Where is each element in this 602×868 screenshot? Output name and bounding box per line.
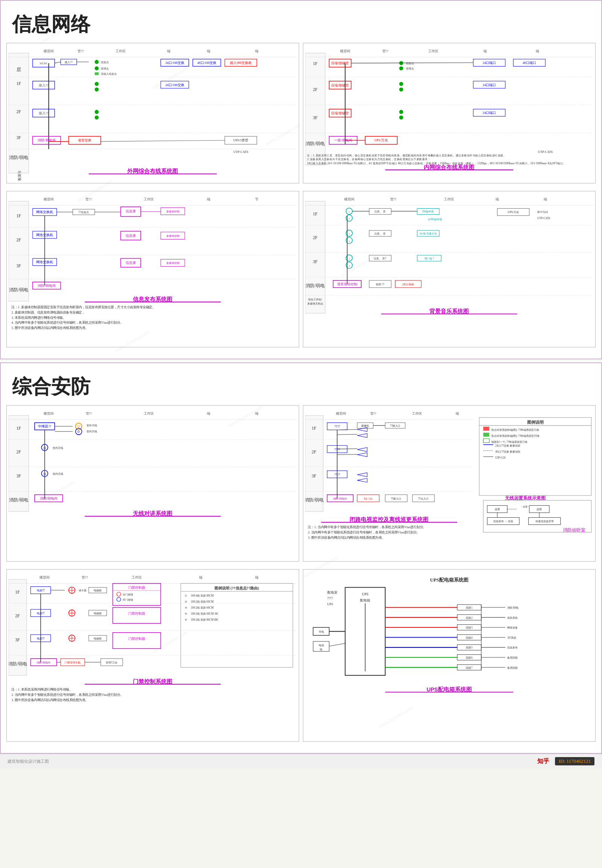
svg-text:无线入信息点: 无线入信息点 xyxy=(101,72,117,75)
bg-music-svg: 1F 2F 3F 消防/弱电 综合工作站/ 多媒体主机位 楼层间 管?? 工作区… xyxy=(305,193,593,345)
svg-text:UPS配电箱系统图: UPS配电箱系统图 xyxy=(430,577,468,583)
svg-text:1台 1台: 1台 1台 xyxy=(364,497,372,501)
svg-text:电磁锁: 电磁锁 xyxy=(94,612,101,615)
svg-text:压缩/馈键管: 压缩/馈键管 xyxy=(331,111,349,115)
svg-text:??/??: ??/?? xyxy=(334,425,340,428)
svg-text:楼层间: 楼层间 xyxy=(44,49,54,53)
svg-text:24口端口: 24口端口 xyxy=(483,83,496,87)
page-container: www.zznzmo.com www.zznzmo.com www.zznzmo… xyxy=(0,0,602,768)
svg-text:工作区: 工作区 xyxy=(132,576,142,579)
svg-text:??接入口: ??接入口 xyxy=(391,497,401,501)
svg-text:??信息点: ??信息点 xyxy=(78,211,89,214)
svg-text:室内天线: 室内天线 xyxy=(53,472,63,476)
footer: 建筑智能化设计施工图 知乎 ID: 1170462121 xyxy=(0,754,602,768)
svg-text:端: 端 xyxy=(536,49,539,53)
svg-text:⊙: ⊙ xyxy=(77,430,80,433)
svg-text:消防/弱电间: 消防/弱电间 xyxy=(333,497,347,501)
svg-text:UTP-CAT6: UTP-CAT6 xyxy=(537,217,550,220)
svg-text:端: 端 xyxy=(484,49,487,53)
svg-text:楼层间: 楼层间 xyxy=(340,49,350,53)
svg-text:备用回路: 备用回路 xyxy=(507,666,518,669)
svg-text:管??: 管?? xyxy=(382,49,389,53)
svg-text:楼层间: 楼层间 xyxy=(336,412,346,415)
svg-text:端: 端 xyxy=(199,576,203,579)
bg-music-card: 1F 2F 3F 消防/弱电 综合工作站/ 多媒体主机位 楼层间 管?? 工作区… xyxy=(303,191,596,348)
security-bottom-row: 1F 2F 3F 消防/弱电 楼层间 管?? 工作区 端 端 xyxy=(1,565,601,746)
svg-text:工作区: 工作区 xyxy=(412,412,422,415)
ups-card: UPS配电箱系统图 配电室 ???? UPS UPS 配电箱 回路1 xyxy=(303,569,596,742)
svg-text:消防侦听室: 消防侦听室 xyxy=(563,527,585,533)
svg-text:回路7: 回路7 xyxy=(466,666,473,669)
svg-text:楼层间: 楼层间 xyxy=(40,576,50,579)
svg-text:工作区: 工作区 xyxy=(115,49,126,53)
svg-text:开门按钮: 开门按钮 xyxy=(123,598,133,602)
svg-text:热点对讲系统终端(网): ??终端系统型11条: 热点对讲系统终端(网): ??终端系统型11条 xyxy=(491,428,539,432)
svg-text:端: 端 xyxy=(207,49,210,53)
svg-text:组: 组 xyxy=(320,648,322,651)
info-network-section: 信息网络 层 1F 2F 3F 消防/弱电 楼层间 管?? 工作区 端 xyxy=(0,0,602,360)
svg-text:1F: 1F xyxy=(16,426,21,430)
svg-text:管??: 管?? xyxy=(77,49,84,53)
svg-text:电磁锁: 电磁锁 xyxy=(94,637,101,640)
svg-text:···远置···: ···远置··· xyxy=(521,505,529,508)
svg-text:消防/弱电: 消防/弱电 xyxy=(9,661,27,666)
svg-text:省管交换: 省管交换 xyxy=(78,138,91,142)
svg-text:网络交换机: 网络交换机 xyxy=(36,210,53,214)
svg-text:UPS: UPS xyxy=(362,592,369,596)
svg-text:UPS/万兆: UPS/万兆 xyxy=(508,211,519,214)
svg-text:1F: 1F xyxy=(313,61,318,66)
svg-text:④: ④ xyxy=(185,612,187,615)
info-publish-svg: 1F 2F 3F 消防/弱电 楼层间 管?? 工作区 端 节 xyxy=(9,193,297,345)
wireless-intercom-svg: 1F 2F 3F 消防/弱电 楼层间 管?? 工作区 端 端 xyxy=(9,407,297,543)
svg-text:楼层间: 楼层间 xyxy=(44,197,54,201)
svg-text:信息屏: 信息屏 xyxy=(126,261,136,265)
svg-text:②: ② xyxy=(185,600,187,603)
svg-marker-273 xyxy=(357,473,367,477)
internal-network-card: 1F 2F 3F 消防/弱电 楼层间 管?? 工作区 端 端 xyxy=(303,43,596,184)
svg-text:kd.bit: kd.bit xyxy=(40,61,48,65)
svg-text:电源??: 电源?? xyxy=(37,589,45,592)
svg-text:⊙: ⊙ xyxy=(77,424,80,428)
svg-text:♪: ♪ xyxy=(349,210,350,214)
svg-text:多媒体控制: 多媒体控制 xyxy=(166,234,180,237)
svg-text:注意、 音: 注意、 音 xyxy=(375,231,385,235)
cctv-card: 1F 2F 3F 消防/弱电 楼层间 管?? 工作区 端 xyxy=(303,405,596,562)
svg-text:回路5: 回路5 xyxy=(466,646,473,650)
svg-text:工作区: 工作区 xyxy=(444,197,455,201)
svg-text:多媒体主机位: 多媒体主机位 xyxy=(307,302,323,305)
internal-network-svg: 1F 2F 3F 消防/弱电 楼层间 管?? 工作区 端 端 xyxy=(305,45,593,181)
svg-text:2F: 2F xyxy=(15,614,20,619)
svg-text:100:4组 双路 80CM: 100:4组 双路 80CM xyxy=(191,594,214,597)
svg-text:1F: 1F xyxy=(16,214,21,218)
svg-text:3F: 3F xyxy=(15,638,20,643)
svg-text:信息发布系统图: 信息发布系统图 xyxy=(133,296,173,302)
svg-text:楼层间: 楼层间 xyxy=(44,412,54,415)
svg-line-264 xyxy=(337,434,357,435)
svg-text:功/增 音量大号: 功/增 音量大号 xyxy=(419,231,437,235)
svg-text:AV系统: AV系统 xyxy=(507,636,516,640)
svg-marker-274 xyxy=(357,478,367,482)
svg-text:无线对讲系统图: 无线对讲系统图 xyxy=(133,510,173,516)
svg-text:无线远置系统示意图: 无线远置系统示意图 xyxy=(505,496,545,501)
svg-text:配电箱: 配电箱 xyxy=(360,599,370,602)
svg-text:100:2组 双路 80CM  BK: 100:2组 双路 80CM BK xyxy=(191,618,218,622)
ups-svg: UPS配电箱系统图 配电室 ???? UPS UPS 配电箱 回路1 xyxy=(305,571,593,739)
svg-text:管??: 管?? xyxy=(370,412,376,415)
svg-text:综合工作站/: 综合工作站/ xyxy=(308,298,322,301)
svg-text:24口 联线: 24口 联线 xyxy=(402,282,413,286)
svg-text:UPS/5类管: UPS/5类管 xyxy=(233,138,248,142)
external-network-card: 层 1F 2F 3F 消防/弱电 楼层间 管?? 工作区 端 端 端 xyxy=(6,43,299,184)
svg-text:门禁控制器: 门禁控制器 xyxy=(128,586,145,589)
svg-text:门禁控制器: 门禁控制器 xyxy=(128,612,145,615)
svg-line-21 xyxy=(55,62,61,63)
svg-text:消防/弱电: 消防/弱电 xyxy=(306,141,325,146)
svg-text:传递信息监控等: 传递信息监控等 xyxy=(535,519,554,523)
svg-line-55 xyxy=(101,140,225,141)
svg-text:消防/弱电: 消防/弱电 xyxy=(9,498,28,503)
svg-text:室内天线: 室内天线 xyxy=(86,430,97,433)
svg-text:消防/弱电: 消防/弱电 xyxy=(9,287,28,292)
svg-text:插入990交换机: 插入990交换机 xyxy=(230,61,252,65)
svg-text:接入??: 接入?? xyxy=(65,61,73,64)
svg-text:外网综合布线系统图: 外网综合布线系统图 xyxy=(127,168,178,174)
svg-text:端: 端 xyxy=(167,49,170,53)
